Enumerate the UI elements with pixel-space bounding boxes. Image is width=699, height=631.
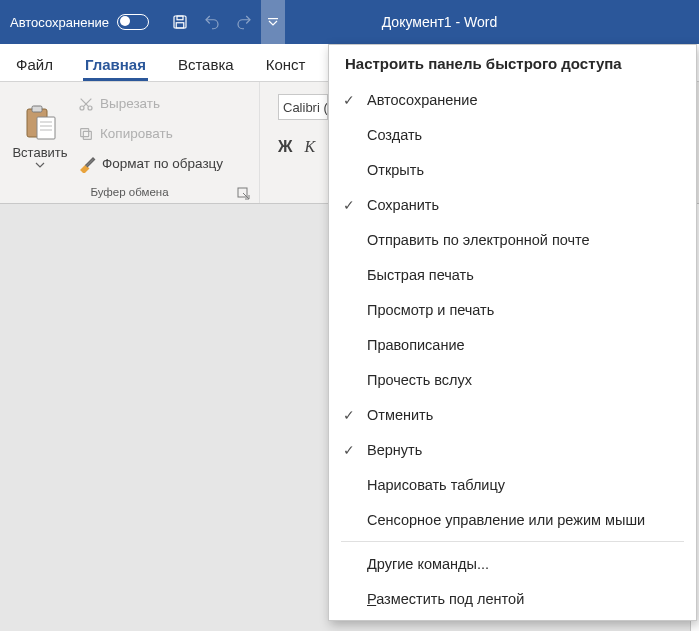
menu-item-6[interactable]: Просмотр и печать [329,292,696,327]
tab-home[interactable]: Главная [69,56,162,81]
menu-item-0[interactable]: ✓Автосохранение [329,82,696,117]
menu-title: Настроить панель быстрого доступа [329,45,696,82]
svg-rect-13 [81,128,89,136]
clipboard-paste-icon [23,105,57,141]
quick-access-toolbar [165,7,259,37]
menu-below-ribbon-label: Разместить под лентой [367,591,524,607]
font-group: Calibri ( Ж К [260,82,336,203]
svg-rect-5 [32,106,42,112]
italic-button[interactable]: К [304,138,315,156]
svg-rect-1 [177,16,183,20]
svg-rect-2 [176,23,184,28]
menu-item-label: Быстрая печать [367,267,474,283]
checkmark-icon: ✓ [343,197,355,213]
customize-qat-menu: Настроить панель быстрого доступа ✓Автос… [328,44,697,621]
tab-file[interactable]: Файл [0,56,69,81]
format-painter-button[interactable]: Формат по образцу [78,152,223,176]
menu-item-2[interactable]: Открыть [329,152,696,187]
menu-item-label: Вернуть [367,442,422,458]
menu-item-9[interactable]: ✓Отменить [329,397,696,432]
menu-item-label: Автосохранение [367,92,478,108]
checkmark-icon: ✓ [343,442,355,458]
svg-rect-6 [37,117,55,139]
menu-item-label: Создать [367,127,422,143]
redo-button[interactable] [229,7,259,37]
menu-item-label: Сохранить [367,197,439,213]
svg-point-11 [88,106,92,110]
chevron-down-icon [268,17,278,27]
paste-label: Вставить [12,145,67,160]
menu-item-10[interactable]: ✓Вернуть [329,432,696,467]
menu-item-8[interactable]: Прочесть вслух [329,362,696,397]
dialog-launcher-icon[interactable] [237,187,251,201]
undo-button[interactable] [197,7,227,37]
save-button[interactable] [165,7,195,37]
copy-button[interactable]: Копировать [78,122,223,146]
menu-item-11[interactable]: Нарисовать таблицу [329,467,696,502]
tab-design[interactable]: Конст [250,56,310,81]
tab-insert[interactable]: Вставка [162,56,250,81]
chevron-down-icon [35,162,45,168]
font-name-value: Calibri ( [283,100,328,115]
clipboard-group: Вставить Вырезать [0,82,260,203]
svg-rect-12 [83,131,91,139]
menu-item-3[interactable]: ✓Сохранить [329,187,696,222]
menu-item-label: Открыть [367,162,424,178]
autosave-toggle[interactable] [117,14,149,30]
menu-item-5[interactable]: Быстрая печать [329,257,696,292]
menu-below-ribbon[interactable]: Разместить под лентой [329,581,696,616]
menu-item-label: Правописание [367,337,465,353]
cut-label: Вырезать [100,96,160,111]
menu-item-4[interactable]: Отправить по электронной почте [329,222,696,257]
menu-item-label: Нарисовать таблицу [367,477,505,493]
autosave-toggle-group: Автосохранение [0,14,159,30]
menu-item-label: Отправить по электронной почте [367,232,590,248]
menu-item-label: Сенсорное управление или режим мыши [367,512,645,528]
title-bar: Автосохранение Документ1 - Wor [0,0,699,44]
menu-other-commands[interactable]: Другие команды... [329,546,696,581]
menu-other-commands-label: Другие команды... [367,556,489,572]
svg-point-10 [80,106,84,110]
clipboard-group-label: Буфер обмена [90,186,168,198]
autosave-label: Автосохранение [10,15,109,30]
customize-qat-dropdown[interactable] [261,0,285,44]
menu-item-label: Отменить [367,407,433,423]
document-title: Документ1 - Word [382,14,498,30]
font-name-select[interactable]: Calibri ( [278,94,328,120]
menu-separator [341,541,684,542]
cut-button[interactable]: Вырезать [78,92,223,116]
scissors-icon [78,96,94,112]
bold-button[interactable]: Ж [278,138,292,156]
svg-rect-3 [268,18,278,19]
menu-item-12[interactable]: Сенсорное управление или режим мыши [329,502,696,537]
paste-button[interactable]: Вставить [8,86,72,181]
format-painter-label: Формат по образцу [102,156,223,171]
menu-item-label: Прочесть вслух [367,372,472,388]
copy-icon [78,126,94,142]
checkmark-icon: ✓ [343,407,355,423]
copy-label: Копировать [100,126,173,141]
menu-item-label: Просмотр и печать [367,302,494,318]
checkmark-icon: ✓ [343,92,355,108]
menu-item-1[interactable]: Создать [329,117,696,152]
menu-item-7[interactable]: Правописание [329,327,696,362]
paintbrush-icon [78,155,96,173]
